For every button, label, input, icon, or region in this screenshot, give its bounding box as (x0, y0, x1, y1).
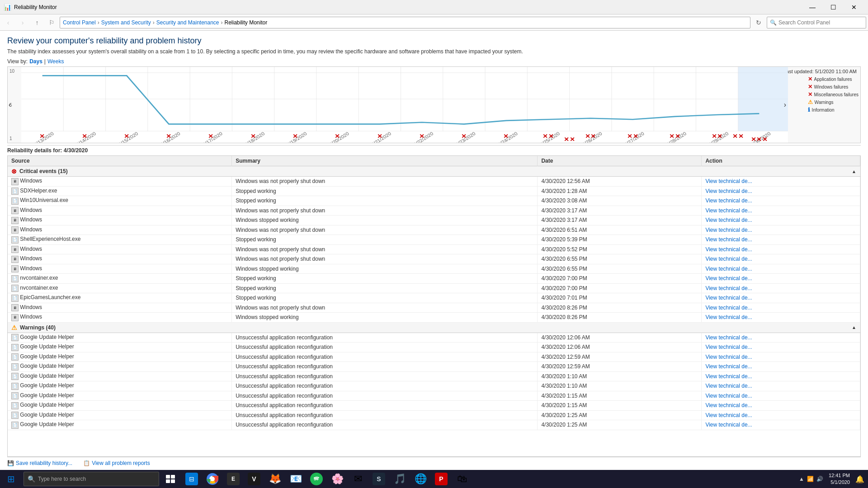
breadcrumb-control-panel[interactable]: Control Panel (63, 19, 96, 26)
taskbar-search[interactable]: 🔍 Type here to search (24, 472, 159, 486)
action-cell[interactable]: View technical de... (702, 293, 860, 303)
taskbar-app-taskmanager[interactable]: ⊟ (182, 470, 202, 488)
source-cell: 📄 Google Update Helper (8, 391, 232, 401)
action-cell[interactable]: View technical de... (702, 186, 860, 196)
taskbar-app-store[interactable]: 🛍 (452, 470, 472, 488)
date-cell: 4/30/2020 5:52 PM (538, 244, 702, 254)
search-input[interactable] (778, 19, 863, 26)
taskbar-app-chrome[interactable] (203, 470, 222, 488)
col-date: Date (538, 156, 702, 166)
view-weeks-link[interactable]: Weeks (47, 58, 64, 65)
search-box[interactable]: 🔍 (767, 17, 866, 28)
close-button[interactable]: ✕ (844, 0, 864, 14)
action-cell[interactable]: View technical de... (702, 391, 860, 401)
date-cell: 4/30/2020 12:56 AM (538, 177, 702, 187)
taskbar-app-epicgames[interactable]: E (223, 470, 243, 488)
summary-cell: Unsuccessful application reconfiguration (232, 401, 538, 411)
action-cell[interactable]: View technical de... (702, 333, 860, 343)
action-cell[interactable]: View technical de... (702, 225, 860, 235)
taskbar-app-mail[interactable]: 📧 (286, 470, 306, 488)
back-button[interactable]: ‹ (2, 16, 14, 29)
view-all-reports-link[interactable]: 📋 View all problem reports (83, 460, 150, 466)
date-cell: 4/30/2020 1:25 AM (538, 420, 702, 430)
source-cell: 📄 Win10Universal.exe (8, 196, 232, 206)
up-button[interactable]: ↑ (31, 16, 43, 29)
taskbar-app-steam[interactable]: S (369, 470, 389, 488)
favorites-button[interactable]: ⚐ (45, 16, 58, 29)
legend-windows-failures: ✕ Windows failures (808, 84, 859, 90)
action-cell[interactable]: View technical de... (702, 196, 860, 206)
view-days-link[interactable]: Days (29, 58, 42, 65)
critical-events-header[interactable]: ⊗ Critical events (15) ▲ (8, 166, 860, 177)
y-label-10: 10 (9, 69, 19, 74)
action-cell[interactable]: View technical de... (702, 283, 860, 293)
minimize-button[interactable]: — (802, 0, 823, 14)
svg-text:⚠: ⚠ (672, 142, 678, 143)
start-button[interactable]: ⊞ (0, 470, 22, 488)
date-cell: 4/30/2020 7:01 PM (538, 293, 702, 303)
taskbar-app-taskview[interactable] (161, 470, 181, 488)
legend-app-failures: ✕ Application failures (808, 76, 859, 82)
breadcrumb-system-security[interactable]: System and Security (101, 19, 151, 26)
volume-icon[interactable]: 🔊 (816, 476, 823, 482)
chart-nav-left[interactable]: ‹ (9, 101, 11, 109)
critical-expand-icon[interactable]: ▲ (852, 169, 856, 174)
taskbar-app-vlc[interactable]: 🎵 (390, 470, 410, 488)
action-cell[interactable]: View technical de... (702, 343, 860, 352)
action-cell[interactable]: View technical de... (702, 381, 860, 391)
action-cell[interactable]: View technical de... (702, 264, 860, 274)
store-icon: 🛍 (456, 473, 468, 485)
save-reliability-history-link[interactable]: 💾 Save reliability history... (7, 460, 72, 466)
action-cell[interactable]: View technical de... (702, 401, 860, 411)
taskbar-app-firefox[interactable]: 🦊 (265, 470, 285, 488)
action-cell[interactable]: View technical de... (702, 410, 860, 420)
notification-icon[interactable]: 🔔 (855, 475, 864, 483)
svg-text:✕: ✕ (377, 133, 383, 139)
taskbar-app-browser[interactable]: 🌐 (410, 470, 430, 488)
action-cell[interactable]: View technical de... (702, 235, 860, 245)
refresh-button[interactable]: ↻ (752, 16, 765, 29)
action-cell[interactable]: View technical de... (702, 362, 860, 372)
taskbar-app-vsco[interactable]: V (244, 470, 264, 488)
table-row: 📄 Google Update Helper Unsuccessful appl… (8, 362, 860, 372)
source-cell: 📄 Google Update Helper (8, 410, 232, 420)
forward-button[interactable]: › (16, 16, 29, 29)
table-row: 📄 Google Update Helper Unsuccessful appl… (8, 343, 860, 352)
taskbar-app-photos[interactable]: 🌸 (327, 470, 347, 488)
action-cell[interactable]: View technical de... (702, 206, 860, 216)
action-cell[interactable]: View technical de... (702, 216, 860, 225)
tray-arrow[interactable]: ▲ (799, 476, 804, 482)
date-cell: 4/30/2020 1:28 AM (538, 186, 702, 196)
table-row: 📄 Google Update Helper Unsuccessful appl… (8, 381, 860, 391)
details-table: Source Summary Date Action ⊗ Critical ev… (8, 156, 860, 430)
taskbar-app-photos2[interactable]: ✉ (348, 470, 368, 488)
warnings-expand-icon[interactable]: ▲ (852, 325, 856, 330)
date-cell: 4/30/2020 3:08 AM (538, 196, 702, 206)
table-header-row: Source Summary Date Action (8, 156, 860, 166)
svg-text:✕: ✕ (166, 133, 172, 139)
action-cell[interactable]: View technical de... (702, 254, 860, 264)
action-cell[interactable]: View technical de... (702, 313, 860, 323)
breadcrumb-security-maintenance[interactable]: Security and Maintenance (156, 19, 219, 26)
svg-text:✕✕: ✕✕ (712, 133, 723, 139)
windows-logo-icon: ⊞ (7, 474, 15, 484)
action-cell[interactable]: View technical de... (702, 244, 860, 254)
taskbar-app-spotify[interactable] (307, 470, 326, 488)
chart-nav-right[interactable]: › (784, 101, 786, 109)
details-table-wrapper[interactable]: Source Summary Date Action ⊗ Critical ev… (7, 155, 861, 457)
taskbar-clock[interactable]: 12:41 PM 5/1/2020 (829, 472, 850, 486)
taskbar: ⊞ 🔍 Type here to search ⊟ (0, 470, 868, 488)
action-cell[interactable]: View technical de... (702, 420, 860, 430)
summary-cell: Windows was not properly shut down (232, 254, 538, 264)
taskbar-app-payday[interactable]: P (431, 470, 451, 488)
action-cell[interactable]: View technical de... (702, 371, 860, 381)
source-cell: 📄 Google Update Helper (8, 333, 232, 343)
reliability-chart[interactable]: Last updated: 5/1/2020 11:00 AM 10 5 1 (7, 66, 861, 143)
svg-text:✕: ✕ (208, 133, 214, 139)
action-cell[interactable]: View technical de... (702, 352, 860, 362)
action-cell[interactable]: View technical de... (702, 274, 860, 284)
action-cell[interactable]: View technical de... (702, 303, 860, 313)
action-cell[interactable]: View technical de... (702, 177, 860, 187)
warnings-header[interactable]: ⚠ Warnings (40) ▲ (8, 322, 860, 333)
maximize-button[interactable]: ☐ (823, 0, 844, 14)
